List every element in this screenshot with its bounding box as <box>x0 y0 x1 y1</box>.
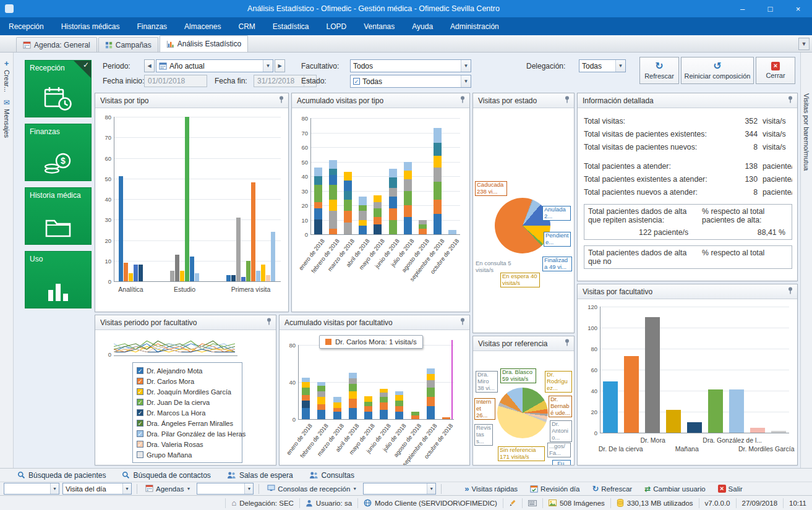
menu-item-ayuda[interactable]: Ayuda <box>403 17 442 35</box>
bar[interactable] <box>241 277 246 281</box>
pin-icon[interactable] <box>266 318 272 327</box>
stacked-bar[interactable] <box>314 168 322 234</box>
menu-item-estadistica[interactable]: Estadística <box>264 17 318 35</box>
menu-item-finanzas[interactable]: Finanzas <box>128 17 176 35</box>
bar[interactable] <box>729 389 744 433</box>
stacked-bar[interactable] <box>448 230 456 234</box>
menu-item-ventanas[interactable]: Ventanas <box>355 17 403 35</box>
minimize-button[interactable]: – <box>729 0 756 17</box>
stacked-bar[interactable] <box>344 172 352 234</box>
stacked-bar[interactable] <box>333 397 341 419</box>
agendas-button[interactable]: Agendas ▼ <box>142 483 194 495</box>
bar[interactable] <box>124 263 128 281</box>
facultativo-combo[interactable]: Todos ▼ <box>350 59 471 72</box>
periodo-prev-button[interactable]: ◀ <box>144 59 155 72</box>
legend-item-dr-carlos-mora[interactable]: ✓Dr. Carlos Mora <box>135 376 240 386</box>
link-salas-de-espera[interactable]: Salas de espera <box>227 471 293 480</box>
stacked-bar[interactable] <box>364 396 372 420</box>
bar[interactable] <box>246 261 250 281</box>
stacked-bar[interactable] <box>349 373 357 419</box>
menu-item-lopd[interactable]: LOPD <box>318 17 356 35</box>
tab-analisis-estadistico[interactable]: Análisis Estadístico <box>160 35 248 52</box>
pin-icon[interactable] <box>787 96 793 105</box>
acumulado-visitas-por-tipo-plot[interactable]: 01020304050607080enero de 2018febrero de… <box>292 108 469 312</box>
legend-checkbox[interactable] <box>137 451 143 458</box>
visitas-por-estado-plot[interactable]: Caducada 238 vi...Anulada 2...Pendiente.… <box>473 108 574 333</box>
bar[interactable] <box>666 410 681 433</box>
legend-item-dr-marcos-la-hora[interactable]: ✓Dr. Marcos La Hora <box>135 407 240 418</box>
legend-checkbox[interactable]: ✓ <box>137 399 143 406</box>
toolbar-combo-1[interactable]: ▼ <box>4 483 59 495</box>
bar[interactable] <box>266 275 270 281</box>
menu-item-almacenes[interactable]: Almacenes <box>176 17 229 35</box>
stacked-bar[interactable] <box>434 128 442 234</box>
stacked-bar[interactable] <box>359 197 367 234</box>
fecha-inicio-input[interactable]: 01/01/2018 <box>144 75 207 87</box>
menu-item-crm[interactable]: CRM <box>229 17 263 35</box>
toolbar-combo-3[interactable]: ▼ <box>197 483 254 495</box>
pin-icon[interactable] <box>459 96 466 105</box>
stacked-bar[interactable] <box>427 368 435 420</box>
stacked-bar[interactable] <box>404 162 412 235</box>
link-busqueda-de-pacientes[interactable]: Búsqueda de pacientes <box>17 471 106 480</box>
bar[interactable] <box>226 275 231 281</box>
consolas-recepcion-button[interactable]: Consolas de recepción ▼ <box>264 483 360 494</box>
pin-icon[interactable] <box>564 96 570 105</box>
bar[interactable] <box>231 275 236 281</box>
tile-finanzas[interactable]: Finanzas$ <box>25 124 92 181</box>
refrescar-button[interactable]: ↻ Refrescar <box>639 57 679 84</box>
legend-checkbox[interactable]: ✓ <box>137 430 143 437</box>
tab-agenda-general[interactable]: Agenda: General <box>16 37 97 52</box>
legend-checkbox[interactable]: ✓ <box>137 420 143 427</box>
stacked-bar[interactable] <box>389 169 397 234</box>
bar[interactable] <box>687 422 702 433</box>
legend-item-dra-angeles-ferran-miralles[interactable]: ✓Dra. Ángeles Ferran Miralles <box>135 418 240 428</box>
toolbar-combo-4[interactable]: ▼ <box>363 483 436 495</box>
visitas-por-facultativo-plot[interactable]: 020406080100120Dr. De la ciervaDr. MoraM… <box>578 299 797 465</box>
legend-checkbox[interactable]: ✓ <box>137 367 143 374</box>
acumulado-facultativo-plot[interactable]: 04080enero de 2018febrero de 2018marzo d… <box>280 330 469 465</box>
cerrar-button[interactable]: × Cerrar <box>756 57 795 84</box>
stacked-bar[interactable] <box>317 382 325 419</box>
legend-item-grupo-manana[interactable]: Grupo Mañana <box>135 449 240 460</box>
link-busqueda-de-contactos[interactable]: Búsqueda de contactos <box>122 471 210 480</box>
bar[interactable] <box>624 356 639 433</box>
legend-checkbox[interactable]: ✓ <box>137 441 143 448</box>
toolbar-combo-visita[interactable]: Visita del día▼ <box>62 483 132 495</box>
bar[interactable] <box>251 182 255 281</box>
pin-icon[interactable] <box>564 339 570 348</box>
messages-rail-item[interactable]: ✉ Mensajes <box>0 98 13 138</box>
bar[interactable] <box>271 232 275 281</box>
periodo-combo[interactable]: Año actual ▼ <box>156 59 273 72</box>
bar[interactable] <box>603 381 618 433</box>
sparkline-plot[interactable] <box>114 331 237 357</box>
bar[interactable] <box>236 218 241 281</box>
pin-icon[interactable] <box>278 96 284 105</box>
legend-checkbox[interactable]: ✓ <box>137 388 143 395</box>
bar[interactable] <box>771 431 786 433</box>
visitas-por-referencia-plot[interactable]: Dra. Miro 38 vi...Dra. Blasco 59 visita/… <box>473 351 574 465</box>
reiniciar-composicion-button[interactable]: ↺ Reiniciar composición <box>681 57 754 84</box>
bar[interactable] <box>195 273 199 281</box>
bar[interactable] <box>645 317 660 433</box>
menu-item-recepcion[interactable]: Recepción <box>0 17 53 35</box>
tab-scroll-button[interactable]: ▼ <box>798 38 810 50</box>
stacked-bar[interactable] <box>329 160 337 234</box>
button-refrescar[interactable]: ↻Refrescar <box>589 483 635 494</box>
legend-checkbox[interactable]: ✓ <box>137 409 143 416</box>
menu-item-historias-medicas[interactable]: Historias médicas <box>53 17 129 35</box>
bar[interactable] <box>139 265 143 281</box>
visitas-por-tipo-plot[interactable]: 01020304050607080AnalíticaEstudioPrimera… <box>95 108 288 312</box>
bar[interactable] <box>190 257 194 281</box>
bar[interactable] <box>129 273 133 281</box>
stacked-bar[interactable] <box>374 195 382 234</box>
bar[interactable] <box>185 117 189 281</box>
legend-item-dra-pilar-gonzalez-de-las-heras[interactable]: ✓Dra. Pilar González de las Heras <box>135 428 240 439</box>
pin-icon[interactable] <box>787 287 793 296</box>
stacked-bar[interactable] <box>419 220 427 235</box>
tile-recepcion[interactable]: Recepción✓ <box>25 60 92 117</box>
legend-checkbox[interactable]: ✓ <box>137 378 143 385</box>
bar[interactable] <box>175 255 179 281</box>
close-button[interactable]: × <box>784 0 812 17</box>
legend-item-dr-joaquin-mordiles-garcia[interactable]: ✓Dr. Joaquín Mordiles García <box>135 386 240 397</box>
